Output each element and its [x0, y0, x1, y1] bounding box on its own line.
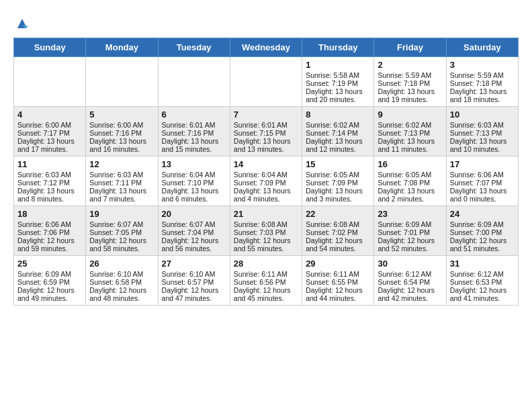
calendar-cell: 15Sunrise: 6:05 AMSunset: 7:09 PMDayligh… — [302, 156, 374, 205]
day-info: Sunset: 7:13 PM — [450, 129, 515, 137]
day-info: Sunset: 7:10 PM — [162, 179, 226, 187]
day-header-thursday: Thursday — [302, 38, 374, 56]
day-info: Sunrise: 6:01 AM — [162, 121, 226, 129]
calendar-cell: 25Sunrise: 6:09 AMSunset: 6:59 PMDayligh… — [14, 255, 86, 305]
day-number: 2 — [378, 60, 442, 70]
day-info: Daylight: 12 hours — [234, 236, 298, 244]
day-info: Sunset: 7:16 PM — [89, 129, 154, 137]
day-number: 9 — [378, 109, 442, 120]
day-info: Sunrise: 6:03 AM — [450, 121, 515, 129]
day-info: Sunrise: 6:03 AM — [17, 171, 82, 179]
calendar-cell: 24Sunrise: 6:09 AMSunset: 7:00 PMDayligh… — [446, 205, 518, 255]
day-info: Sunset: 6:59 PM — [17, 278, 82, 286]
day-header-saturday: Saturday — [446, 38, 518, 56]
calendar-cell — [14, 56, 86, 106]
day-info: and 55 minutes. — [234, 244, 298, 253]
day-info: Sunset: 7:17 PM — [17, 129, 82, 137]
day-info: and 44 minutes. — [306, 294, 370, 302]
day-info: and 45 minutes. — [234, 294, 298, 302]
day-number: 1 — [306, 60, 370, 70]
day-info: Daylight: 13 hours — [450, 137, 515, 145]
calendar-cell: 3Sunrise: 5:59 AMSunset: 7:18 PMDaylight… — [446, 56, 518, 106]
day-info: Sunset: 7:18 PM — [450, 79, 515, 87]
calendar-cell — [230, 56, 302, 106]
day-info: Sunrise: 6:08 AM — [234, 220, 298, 228]
header — [13, 13, 519, 31]
day-info: and 4 minutes. — [234, 195, 298, 203]
day-info: Sunset: 6:54 PM — [378, 278, 442, 286]
day-info: and 41 minutes. — [450, 294, 515, 302]
calendar-cell: 4Sunrise: 6:00 AMSunset: 7:17 PMDaylight… — [14, 106, 86, 156]
day-info: Sunrise: 6:00 AM — [89, 121, 154, 129]
calendar-cell — [86, 56, 158, 106]
day-info: Sunrise: 6:02 AM — [306, 121, 370, 129]
day-info: Sunrise: 6:09 AM — [450, 220, 515, 228]
day-info: Sunrise: 6:07 AM — [89, 220, 154, 228]
day-header-friday: Friday — [374, 38, 446, 56]
day-number: 28 — [234, 259, 298, 269]
day-info: Daylight: 12 hours — [234, 286, 298, 294]
calendar-cell: 11Sunrise: 6:03 AMSunset: 7:12 PMDayligh… — [14, 156, 86, 205]
day-info: Daylight: 13 hours — [306, 187, 370, 195]
day-info: Sunset: 7:13 PM — [378, 129, 442, 137]
day-number: 14 — [234, 159, 298, 169]
day-info: Sunset: 7:01 PM — [378, 228, 442, 236]
day-info: Sunset: 7:11 PM — [89, 179, 154, 187]
day-header-monday: Monday — [86, 38, 158, 56]
day-info: Sunset: 6:57 PM — [162, 278, 226, 286]
calendar-cell: 2Sunrise: 5:59 AMSunset: 7:18 PMDaylight… — [374, 56, 446, 106]
day-number: 25 — [17, 259, 82, 269]
day-info: and 51 minutes. — [450, 244, 515, 253]
day-info: and 10 minutes. — [450, 145, 515, 153]
day-info: Sunset: 7:07 PM — [450, 179, 515, 187]
day-info: Daylight: 13 hours — [17, 187, 82, 195]
day-info: Sunset: 7:09 PM — [306, 179, 370, 187]
calendar-cell: 16Sunrise: 6:05 AMSunset: 7:08 PMDayligh… — [374, 156, 446, 205]
day-number: 5 — [89, 109, 154, 120]
day-info: Daylight: 13 hours — [450, 87, 515, 95]
calendar-week-5: 25Sunrise: 6:09 AMSunset: 6:59 PMDayligh… — [14, 255, 519, 305]
day-number: 18 — [17, 209, 82, 219]
calendar-cell: 17Sunrise: 6:06 AMSunset: 7:07 PMDayligh… — [446, 156, 518, 205]
calendar-cell: 21Sunrise: 6:08 AMSunset: 7:03 PMDayligh… — [230, 205, 302, 255]
day-info: Daylight: 13 hours — [89, 137, 154, 145]
day-number: 10 — [450, 109, 515, 120]
day-number: 22 — [306, 209, 370, 219]
day-info: Daylight: 12 hours — [162, 286, 226, 294]
day-info: and 47 minutes. — [162, 294, 226, 302]
day-info: Daylight: 13 hours — [162, 187, 226, 195]
day-number: 7 — [234, 109, 298, 120]
day-info: and 20 minutes. — [306, 95, 370, 103]
day-info: and 7 minutes. — [89, 195, 154, 203]
day-info: Daylight: 12 hours — [17, 236, 82, 244]
day-info: Sunset: 7:12 PM — [17, 179, 82, 187]
day-info: Sunset: 7:18 PM — [378, 79, 442, 87]
day-info: Daylight: 13 hours — [234, 137, 298, 145]
day-number: 30 — [378, 259, 442, 269]
day-info: Sunset: 7:16 PM — [162, 129, 226, 137]
day-info: Sunset: 7:00 PM — [450, 228, 515, 236]
day-info: Daylight: 13 hours — [306, 137, 370, 145]
day-info: Sunrise: 6:06 AM — [17, 220, 82, 228]
calendar-cell: 22Sunrise: 6:08 AMSunset: 7:02 PMDayligh… — [302, 205, 374, 255]
day-number: 11 — [17, 159, 82, 169]
day-info: Sunset: 7:05 PM — [89, 228, 154, 236]
logo — [13, 13, 30, 31]
day-number: 19 — [89, 209, 154, 219]
day-number: 15 — [306, 159, 370, 169]
day-info: Sunset: 7:02 PM — [306, 228, 370, 236]
day-info: Daylight: 12 hours — [162, 236, 226, 244]
day-info: Sunrise: 6:12 AM — [378, 270, 442, 278]
day-number: 16 — [378, 159, 442, 169]
day-number: 8 — [306, 109, 370, 120]
calendar-week-1: 1Sunrise: 5:58 AMSunset: 7:19 PMDaylight… — [14, 56, 519, 106]
day-info: Daylight: 12 hours — [306, 286, 370, 294]
day-info: and 15 minutes. — [162, 145, 226, 153]
page-container: SundayMondayTuesdayWednesdayThursdayFrid… — [0, 0, 532, 312]
calendar-cell: 27Sunrise: 6:10 AMSunset: 6:57 PMDayligh… — [158, 255, 230, 305]
day-number: 17 — [450, 159, 515, 169]
day-info: and 52 minutes. — [378, 244, 442, 253]
day-info: Daylight: 13 hours — [234, 187, 298, 195]
day-info: Sunrise: 6:09 AM — [17, 270, 82, 278]
day-info: and 19 minutes. — [378, 95, 442, 103]
